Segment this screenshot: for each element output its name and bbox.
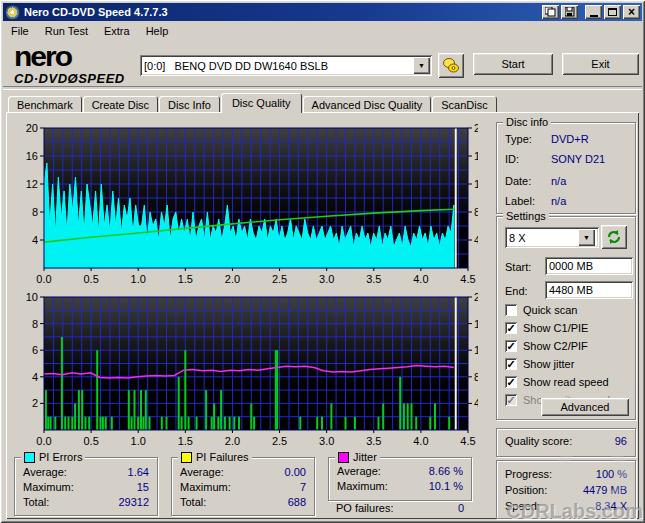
jitter-average: 8.66 % — [429, 465, 463, 477]
checkbox-box[interactable]: ✓ — [505, 358, 517, 370]
svg-text:2.5: 2.5 — [272, 435, 287, 447]
drive-select-value: [0:0] BENQ DVD DD DW1640 BSLB — [140, 60, 413, 72]
svg-text:0.5: 0.5 — [83, 273, 98, 285]
progress-panel: Progress:100 % Position:4479 MB Speed:8.… — [496, 460, 636, 519]
drive-select[interactable]: [0:0] BENQ DVD DD DW1640 BSLB ▼ — [140, 55, 432, 76]
svg-text:4.0: 4.0 — [413, 435, 428, 447]
floppy-icon — [565, 7, 575, 17]
menu-run-test[interactable]: Run Test — [37, 23, 96, 39]
checkbox-box: ✓ — [505, 394, 517, 406]
checkbox-box[interactable] — [505, 304, 517, 316]
tab-disc-info[interactable]: Disc Info — [159, 96, 220, 113]
start-field-label: Start: — [505, 261, 531, 273]
svg-text:2.5: 2.5 — [272, 273, 287, 285]
drive-select-arrow[interactable]: ▼ — [413, 57, 430, 74]
pi-failures-maximum: 7 — [300, 481, 306, 493]
menu-file[interactable]: File — [3, 23, 37, 39]
exit-button[interactable]: Exit — [562, 53, 639, 75]
speed-select-arrow[interactable]: ▼ — [578, 229, 595, 246]
menu-extra[interactable]: Extra — [96, 23, 138, 39]
clipboard-button[interactable] — [542, 5, 559, 19]
refresh-icon — [606, 229, 622, 245]
svg-text:4: 4 — [474, 397, 478, 409]
jitter-legend-icon — [338, 452, 349, 463]
advanced-button[interactable]: Advanced — [541, 398, 629, 416]
svg-text:1.0: 1.0 — [131, 273, 146, 285]
checkbox-box[interactable]: ✓ — [505, 340, 517, 352]
disc-type: DVD+R — [551, 133, 589, 145]
tab-advanced-disc-quality[interactable]: Advanced Disc Quality — [303, 96, 432, 113]
po-failures-row: PO failures:0 — [336, 502, 464, 514]
svg-text:8: 8 — [32, 318, 38, 330]
menubar: File Run Test Extra Help — [3, 22, 642, 40]
close-button[interactable]: × — [623, 5, 640, 19]
svg-text:6: 6 — [32, 344, 38, 356]
eject-disc-icon — [442, 57, 460, 74]
tab-create-disc[interactable]: Create Disc — [83, 96, 158, 113]
checkbox-show-jitter[interactable]: ✓Show jitter — [505, 357, 574, 371]
app-window: Nero CD-DVD Speed 4.7.7.3 × File Run Tes… — [0, 0, 645, 523]
tab-disc-quality[interactable]: Disc Quality — [221, 93, 302, 113]
svg-text:12: 12 — [26, 178, 38, 190]
po-failures-value: 0 — [458, 502, 464, 514]
checkbox-quick-scan[interactable]: Quick scan — [505, 303, 577, 317]
checkbox-show-c2-pif[interactable]: ✓Show C2/PIF — [505, 339, 588, 353]
svg-text:8: 8 — [474, 206, 478, 218]
svg-text:16: 16 — [474, 318, 478, 330]
checkbox-box[interactable]: ✓ — [505, 376, 517, 388]
position-value: 4479 MB — [583, 484, 627, 496]
minimize-icon — [590, 15, 598, 17]
svg-text:4.5: 4.5 — [460, 435, 475, 447]
end-field-label: End: — [505, 285, 528, 297]
pi-errors-average: 1.64 — [128, 466, 149, 478]
disc-info-panel: Disc info Type:DVD+R ID:SONY D21 Date:n/… — [496, 122, 636, 214]
svg-text:4.5: 4.5 — [460, 273, 475, 285]
checkbox-show-c1-pie[interactable]: ✓Show C1/PIE — [505, 321, 588, 335]
svg-text:0.0: 0.0 — [36, 273, 51, 285]
disc-id: SONY D21 — [551, 153, 605, 165]
pi-errors-chart: 48121620481216200.00.51.01.52.02.53.03.5… — [14, 118, 478, 290]
pi-failures-jitter-chart: 246810481216200.00.51.01.52.02.53.03.54.… — [14, 290, 478, 452]
eject-disc-button[interactable] — [438, 53, 464, 78]
quality-score-panel: Quality score:96 — [496, 428, 636, 457]
progress-value: 100 % — [596, 468, 627, 480]
quality-score-value: 96 — [615, 435, 627, 447]
svg-text:4: 4 — [474, 234, 478, 246]
refresh-button[interactable] — [601, 225, 627, 249]
svg-text:20: 20 — [474, 122, 478, 134]
tabbar: Benchmark Create Disc Disc Info Disc Qua… — [8, 93, 498, 113]
pi-failures-panel: PI Failures Average:0.00 Maximum:7 Total… — [171, 457, 315, 516]
svg-text:3.0: 3.0 — [319, 435, 334, 447]
header-separator — [3, 86, 642, 90]
start-button[interactable]: Start — [473, 53, 553, 75]
start-field[interactable]: 0000 MB — [545, 257, 633, 275]
checkbox-box[interactable]: ✓ — [505, 322, 517, 334]
end-field[interactable]: 4480 MB — [545, 281, 633, 299]
svg-text:0.0: 0.0 — [36, 435, 51, 447]
chevron-down-icon: ▼ — [583, 234, 590, 241]
svg-text:1.5: 1.5 — [178, 273, 193, 285]
disc-date: n/a — [551, 175, 566, 187]
svg-text:20: 20 — [474, 291, 478, 303]
pi-errors-total: 29312 — [118, 496, 149, 508]
svg-text:2: 2 — [32, 397, 38, 409]
tab-benchmark[interactable]: Benchmark — [8, 96, 82, 113]
svg-text:4: 4 — [32, 234, 38, 246]
svg-text:1.0: 1.0 — [131, 435, 146, 447]
checkbox-show-read-speed[interactable]: ✓Show read speed — [505, 375, 609, 389]
menu-help[interactable]: Help — [138, 23, 177, 39]
save-button[interactable] — [561, 5, 578, 19]
svg-text:12: 12 — [474, 178, 478, 190]
jitter-panel: Jitter Average:8.66 % Maximum:10.1 % — [328, 457, 472, 501]
minimize-button[interactable] — [585, 5, 602, 19]
svg-text:16: 16 — [26, 150, 38, 162]
tab-scandisc[interactable]: ScanDisc — [432, 96, 496, 113]
maximize-button[interactable] — [604, 5, 621, 19]
svg-text:3.5: 3.5 — [366, 273, 381, 285]
svg-text:3.0: 3.0 — [319, 273, 334, 285]
svg-text:12: 12 — [474, 344, 478, 356]
pi-failures-average: 0.00 — [285, 466, 306, 478]
speed-select[interactable]: 8 X ▼ — [505, 227, 599, 248]
pi-failures-total: 688 — [288, 496, 306, 508]
svg-text:8: 8 — [474, 371, 478, 383]
